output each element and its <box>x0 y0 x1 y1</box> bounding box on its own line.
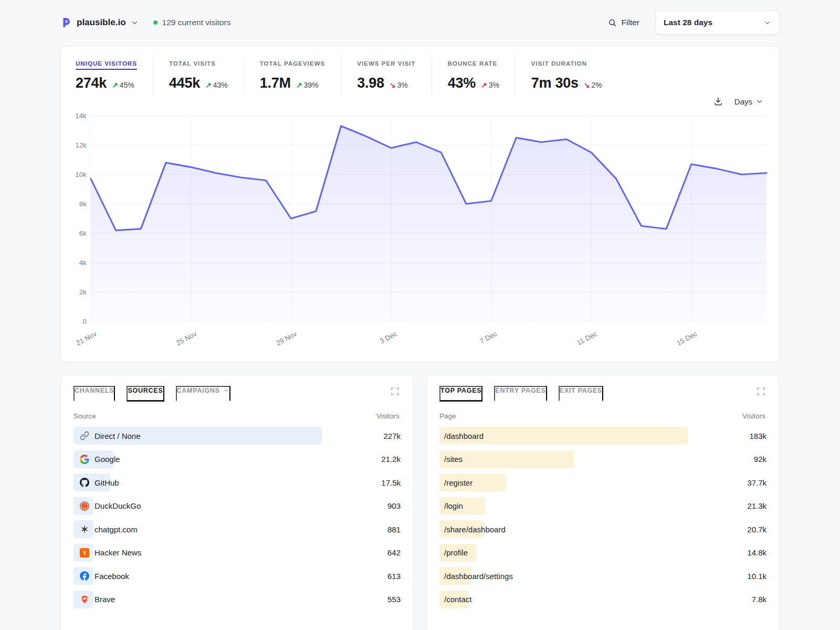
source-row[interactable]: chatgpt.com 881 <box>74 518 401 541</box>
page-row[interactable]: /share/dashboard 20.7k <box>439 518 766 541</box>
tab-top-pages[interactable]: TOP PAGES <box>439 386 482 402</box>
tab-campaigns[interactable]: CAMPAIGNS <box>176 386 230 402</box>
metric-change: ↘ 3% <box>390 81 408 89</box>
svg-text:3 Dec: 3 Dec <box>379 330 398 345</box>
trend-arrow-icon: ↗ <box>481 81 487 89</box>
row-name: /sites <box>439 455 463 464</box>
metric-value: 1.7M <box>260 75 291 91</box>
metrics-row: UNIQUE VISITORS 274k ↗ 45% TOTAL VISITS … <box>69 57 771 96</box>
metric-change-percent: 45% <box>120 81 134 89</box>
chatgpt-icon <box>80 524 89 534</box>
metric-tile-visit-duration[interactable]: VISIT DURATION 7m 30s ↘ 2% <box>515 57 618 96</box>
expand-sources-button[interactable] <box>390 386 401 398</box>
row-visitors: 227k <box>322 432 401 440</box>
site-picker[interactable]: plausible.io <box>60 17 139 28</box>
source-row[interactable]: Facebook 613 <box>74 564 401 588</box>
page-row[interactable]: /sites 92k <box>439 447 766 471</box>
row-visitors: 553 <box>322 595 401 604</box>
svg-text:0: 0 <box>82 318 86 326</box>
row-name: GitHub <box>94 478 119 487</box>
metric-label: BOUNCE RATE <box>448 60 498 70</box>
interval-label: Days <box>734 97 752 106</box>
source-row[interactable]: Hacker News 642 <box>74 541 401 564</box>
page-row[interactable]: /register 37.7k <box>439 471 766 495</box>
expand-icon <box>391 387 400 396</box>
area-chart: 02k4k6k8k10k12k14k21 Nov25 Nov29 Nov3 De… <box>69 107 771 360</box>
expand-pages-button[interactable] <box>755 386 766 398</box>
metric-value: 3.98 <box>357 75 384 91</box>
trend-arrow-icon: ↘ <box>584 81 590 89</box>
trend-arrow-icon: ↗ <box>296 81 302 89</box>
tab-label: TOP PAGES <box>440 387 481 394</box>
metric-tile-total-pageviews[interactable]: TOTAL PAGEVIEWS 1.7M ↗ 39% <box>244 57 341 96</box>
page-row[interactable]: /login 21.3k <box>439 494 766 518</box>
metric-tile-bounce-rate[interactable]: BOUNCE RATE 43% ↗ 3% <box>432 57 515 96</box>
sources-tabs: CHANNELS SOURCES CAMPAIGNS <box>74 386 230 402</box>
metric-change: ↘ 2% <box>584 81 602 89</box>
breakdown-section: CHANNELS SOURCES CAMPAIGNS Source Visito… <box>60 375 780 630</box>
row-visitors: 17.5k <box>322 478 401 487</box>
expand-icon <box>757 387 765 396</box>
svg-text:21 Nov: 21 Nov <box>75 330 98 347</box>
page-row[interactable]: /dashboard/settings 10.1k <box>439 564 766 588</box>
source-row[interactable]: GitHub 17.5k <box>74 471 401 495</box>
metric-change: ↗ 45% <box>112 81 134 89</box>
row-visitors: 20.7k <box>688 525 766 534</box>
svg-text:29 Nov: 29 Nov <box>275 330 299 347</box>
page-row[interactable]: /contact 7.8k <box>439 587 766 611</box>
filter-button[interactable]: Filter <box>608 18 639 27</box>
visitors-overview-card: UNIQUE VISITORS 274k ↗ 45% TOTAL VISITS … <box>60 46 780 362</box>
tab-label: EXIT PAGES <box>560 387 603 394</box>
metric-change: ↗ 3% <box>481 81 499 89</box>
live-dot-icon <box>153 20 158 25</box>
row-visitors: 613 <box>322 572 401 581</box>
topbar-actions: Filter Last 28 days <box>608 10 780 35</box>
metric-change-percent: 2% <box>592 81 602 89</box>
metric-tile-total-visits[interactable]: TOTAL VISITS 445k ↗ 43% <box>153 57 244 96</box>
tab-exit-pages[interactable]: EXIT PAGES <box>559 386 604 402</box>
page-row[interactable]: /dashboard 183k <box>439 424 766 448</box>
filter-label: Filter <box>622 18 639 27</box>
row-visitors: 10.1k <box>688 572 766 581</box>
tab-entry-pages[interactable]: ENTRY PAGES <box>494 386 547 402</box>
svg-text:11 Dec: 11 Dec <box>576 330 599 347</box>
export-download-button[interactable] <box>713 97 723 106</box>
svg-text:12k: 12k <box>75 141 87 149</box>
source-row[interactable]: Google 21.2k <box>74 447 401 471</box>
download-icon <box>713 97 723 106</box>
source-row[interactable]: Brave 553 <box>74 587 401 611</box>
metric-value: 445k <box>169 75 200 91</box>
metric-label: UNIQUE VISITORS <box>76 60 137 70</box>
svg-text:2k: 2k <box>79 288 87 296</box>
metric-value: 7m 30s <box>531 75 579 91</box>
date-range-selector[interactable]: Last 28 days <box>655 10 780 35</box>
brave-icon <box>80 595 89 604</box>
top-bar: plausible.io 129 current visitors Filter… <box>60 10 780 35</box>
row-visitors: 21.2k <box>322 455 401 464</box>
trend-arrow-icon: ↗ <box>112 81 118 89</box>
interval-selector[interactable]: Days <box>734 97 763 106</box>
chevron-down-icon <box>763 19 771 27</box>
tab-sources[interactable]: SOURCES <box>127 386 164 402</box>
metric-change: ↗ 39% <box>296 81 319 89</box>
chevron-down-icon <box>223 387 229 394</box>
column-visitors: Visitors <box>376 412 400 420</box>
svg-text:6k: 6k <box>79 229 87 237</box>
current-visitors[interactable]: 129 current visitors <box>153 18 231 27</box>
source-row[interactable]: Direct / None 227k <box>74 424 401 448</box>
svg-text:15 Dec: 15 Dec <box>675 330 699 347</box>
row-name: DuckDuckGo <box>94 501 141 510</box>
metric-change-percent: 39% <box>303 81 318 89</box>
column-page: Page <box>439 412 456 420</box>
pages-card: TOP PAGES ENTRY PAGES EXIT PAGES Page Vi… <box>426 375 780 630</box>
svg-text:14k: 14k <box>75 112 87 120</box>
metric-tile-views-per-visit[interactable]: VIEWS PER VISIT 3.98 ↘ 3% <box>341 57 431 96</box>
metric-tile-unique-visitors[interactable]: UNIQUE VISITORS 274k ↗ 45% <box>76 57 153 96</box>
tab-channels[interactable]: CHANNELS <box>74 386 115 402</box>
row-visitors: 37.7k <box>688 478 766 487</box>
page-row[interactable]: /profile 14.8k <box>439 541 766 564</box>
row-name: /dashboard <box>439 432 484 440</box>
source-row[interactable]: DuckDuckGo 903 <box>74 494 401 518</box>
metric-label: TOTAL PAGEVIEWS <box>260 60 326 70</box>
row-name: /register <box>439 478 472 487</box>
